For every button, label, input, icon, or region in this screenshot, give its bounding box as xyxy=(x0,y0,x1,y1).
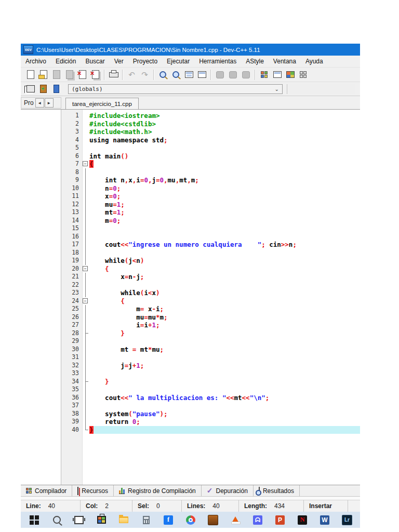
calculator-icon[interactable] xyxy=(141,515,151,525)
globals-dropdown[interactable]: (globals) ⌄ xyxy=(68,84,283,94)
code-line[interactable]: 33 xyxy=(61,369,360,378)
code-line[interactable]: 27 i=i+1; xyxy=(61,321,360,329)
menu-item-buscar[interactable]: Buscar xyxy=(81,56,109,67)
goto-line-icon[interactable] xyxy=(195,69,208,81)
code-line[interactable]: 39 return 0; xyxy=(61,418,360,426)
start-icon[interactable] xyxy=(29,515,39,525)
window-color-icon[interactable] xyxy=(284,69,297,81)
code-line[interactable]: 24 { xyxy=(61,297,360,305)
grid-gray-icon[interactable] xyxy=(297,69,310,81)
code-line[interactable]: 37 xyxy=(61,402,360,410)
report-tab-sheets[interactable]: Recursos xyxy=(72,485,114,496)
code-line[interactable]: 5 xyxy=(61,144,360,152)
report-tab-barchart[interactable]: Registro de Compilación xyxy=(114,485,202,496)
toggle-panel-icon[interactable] xyxy=(50,83,63,95)
save-all-icon[interactable] xyxy=(63,69,76,81)
vlc-icon[interactable] xyxy=(230,515,241,525)
menu-item-proyecto[interactable]: Proyecto xyxy=(128,56,162,67)
code-line[interactable]: 8 xyxy=(61,168,360,177)
code-line[interactable]: 21 x=n-j; xyxy=(61,273,360,281)
add-watch-icon[interactable] xyxy=(37,83,50,95)
code-line[interactable]: 6int main() xyxy=(61,152,360,161)
menu-item-ayuda[interactable]: Ayuda xyxy=(301,56,328,67)
code-line[interactable]: 38 system("pause"); xyxy=(61,410,360,418)
menu-item-herramientas[interactable]: Herramientas xyxy=(194,56,241,67)
code-line[interactable]: 40} xyxy=(61,426,360,434)
microsoft-store-icon[interactable] xyxy=(96,515,107,525)
code-line[interactable]: 28 } xyxy=(61,329,360,338)
lightroom-icon[interactable]: Lr xyxy=(342,515,352,525)
code-line[interactable]: 17 cout<<"ingrese un numero cualquiera "… xyxy=(61,241,360,249)
compile-icon[interactable] xyxy=(214,69,227,81)
code-line[interactable]: 9 int n,x,i=0,j=0,mu,mt,m; xyxy=(61,176,360,184)
fold-toggle-icon[interactable] xyxy=(82,265,89,273)
code-line[interactable]: 23 while(i<x) xyxy=(61,289,360,297)
menu-item-edición[interactable]: Edición xyxy=(51,56,81,67)
code-line[interactable]: 34 } xyxy=(61,378,360,386)
code-line[interactable]: 18 xyxy=(61,249,360,257)
netflix-icon[interactable]: N xyxy=(297,515,308,525)
editor-tab[interactable]: tarea_ejercicio_11.cpp xyxy=(65,98,139,110)
code-line[interactable]: 1#include<iostream> xyxy=(61,112,360,120)
project-grid-icon[interactable] xyxy=(258,69,271,81)
menu-item-astyle[interactable]: AStyle xyxy=(241,56,269,67)
find-icon[interactable] xyxy=(156,69,169,81)
open-file-icon[interactable] xyxy=(37,69,50,81)
save-icon[interactable] xyxy=(50,69,63,81)
code-line[interactable]: 7{ xyxy=(61,160,360,168)
replace-icon[interactable] xyxy=(182,69,195,81)
code-line[interactable]: 36 cout<<" la multiplicacion es: "<<mt<<… xyxy=(61,394,360,402)
report-tab-grid-color[interactable]: Compilador xyxy=(21,485,72,496)
redo-icon[interactable]: ↷ xyxy=(138,69,151,81)
new-file-icon[interactable] xyxy=(24,69,37,81)
code-line[interactable]: 25 m= x-i; xyxy=(61,305,360,313)
code-line[interactable]: 15 xyxy=(61,224,360,233)
close-all-icon[interactable]: ✕ xyxy=(89,69,102,81)
code-line[interactable]: 22 xyxy=(61,281,360,289)
window-icon[interactable] xyxy=(271,69,284,81)
close-file-icon[interactable]: ✕ xyxy=(76,69,89,81)
fold-toggle-icon[interactable] xyxy=(82,297,89,305)
file-explorer-icon[interactable] xyxy=(118,515,129,525)
fold-toggle-icon[interactable] xyxy=(82,160,89,168)
code-line[interactable]: 35 xyxy=(61,385,360,394)
compile-run-icon[interactable] xyxy=(240,69,252,81)
report-tab-check[interactable]: ✓Depuración xyxy=(202,485,254,496)
discord-icon[interactable]: ᗣ xyxy=(252,515,263,525)
switch-window-icon[interactable] xyxy=(24,83,37,95)
code-line[interactable]: 4using namespace std; xyxy=(61,136,360,144)
task-view-icon[interactable] xyxy=(74,515,84,525)
code-line[interactable]: 29 xyxy=(61,337,360,345)
code-line[interactable]: 16 xyxy=(61,233,360,241)
code-editor[interactable]: 1#include<iostream>2#include<cstdlib>3#i… xyxy=(61,110,360,485)
code-line[interactable]: 14 m=0; xyxy=(61,217,360,225)
code-line[interactable]: 10 n=0; xyxy=(61,184,360,193)
code-line[interactable]: 12 mu=1; xyxy=(61,201,360,209)
search-icon[interactable] xyxy=(51,515,62,525)
code-line[interactable]: 31 xyxy=(61,353,360,362)
menu-item-ver[interactable]: Ver xyxy=(110,56,128,67)
code-line[interactable]: 2#include<cstdlib> xyxy=(61,120,360,128)
menu-item-archivo[interactable]: Archivo xyxy=(21,56,51,67)
code-line[interactable]: 32 j=j+1; xyxy=(61,362,360,370)
chrome-icon[interactable] xyxy=(185,515,196,525)
word-icon[interactable]: W xyxy=(320,515,330,525)
code-line[interactable]: 26 mu=mu*m; xyxy=(61,313,360,322)
code-line[interactable]: 30 mt = mt*mu; xyxy=(61,345,360,354)
facebook-icon[interactable]: f xyxy=(163,515,174,525)
powerpoint-icon[interactable]: P xyxy=(275,515,285,525)
print-icon[interactable] xyxy=(107,69,120,81)
code-line[interactable]: 13 mt=1; xyxy=(61,208,360,217)
menu-item-ventana[interactable]: Ventana xyxy=(269,56,301,67)
run-icon[interactable] xyxy=(227,69,240,81)
code-line[interactable]: 20 { xyxy=(61,265,360,273)
panel-scroll-left-button[interactable]: ◄ xyxy=(35,98,44,108)
code-line[interactable]: 19 while(j<n) xyxy=(61,257,360,265)
undo-icon[interactable]: ↶ xyxy=(125,69,138,81)
project-panel[interactable] xyxy=(21,110,61,485)
code-line[interactable]: 3#include<math.h> xyxy=(61,128,360,136)
game-icon[interactable] xyxy=(208,515,218,525)
panel-scroll-right-button[interactable]: ► xyxy=(45,98,54,108)
find-in-files-icon[interactable] xyxy=(169,69,182,81)
menu-item-ejecutar[interactable]: Ejecutar xyxy=(162,56,194,67)
